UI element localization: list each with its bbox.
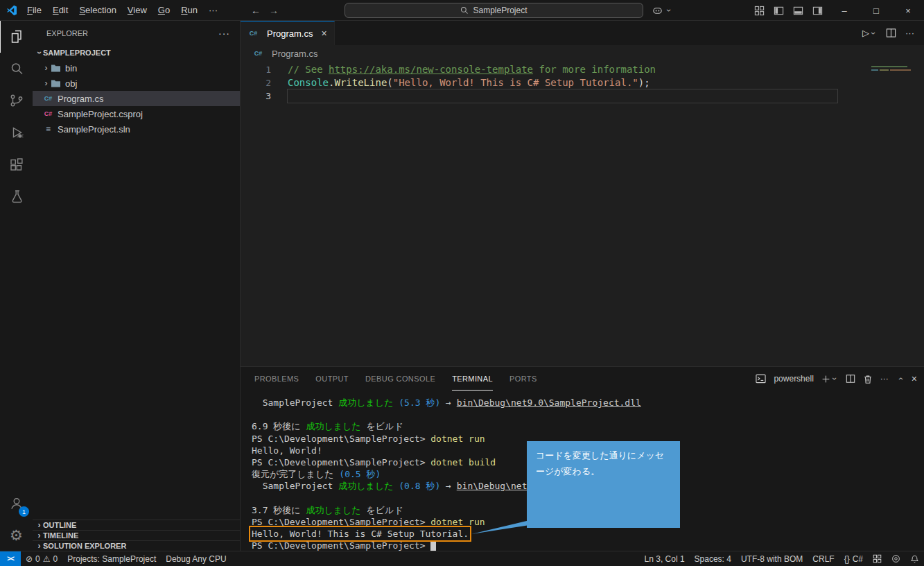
code-line: 1// See https://aka.ms/new-console-templ…	[241, 63, 837, 76]
code-editor[interactable]: 1// See https://aka.ms/new-console-templ…	[241, 62, 924, 366]
error-icon: ⊘	[26, 554, 33, 564]
project-root-label: SAMPLEPROJECT	[43, 49, 111, 57]
section-solution-explorer[interactable]: ›SOLUTION EXPLORER	[33, 540, 240, 551]
layout-status-icon[interactable]	[868, 551, 887, 566]
terminal-text: PS C:\Development\SampleProject>	[252, 540, 430, 551]
terminal-text: Hello, World! This is C# Setup Tutorial.	[252, 529, 469, 539]
explorer-more-actions-icon[interactable]: ···	[218, 28, 230, 39]
back-arrow-icon[interactable]: ←	[251, 5, 261, 16]
settings-button[interactable]: ⚙	[0, 519, 33, 551]
feedback-icon[interactable]	[887, 551, 905, 566]
tree-item-label: SampleProject.sln	[58, 124, 130, 135]
split-editor-icon[interactable]	[886, 28, 896, 38]
remote-indicator[interactable]: ><	[0, 551, 21, 566]
minimize-button[interactable]: –	[828, 0, 860, 21]
section-label: TIMELINE	[43, 531, 78, 540]
vscode-logo-icon	[6, 5, 17, 16]
new-terminal-button[interactable]: ›	[821, 374, 838, 384]
menu-selection[interactable]: Selection	[73, 5, 121, 15]
chevron-down-icon: ›	[869, 30, 878, 37]
csharp-file-icon: C#	[252, 50, 264, 57]
customize-layout-icon[interactable]	[754, 6, 765, 16]
menu-file[interactable]: File	[21, 5, 47, 15]
status-utf-8-with-bom[interactable]: UTF-8 with BOM	[736, 551, 808, 566]
activity-search[interactable]	[0, 53, 33, 85]
code-line: 2Console.WriteLine("Hello, World! This i…	[241, 76, 837, 89]
notifications-bell[interactable]	[905, 551, 924, 566]
status-right-items: Ln 3, Col 1Spaces: 4UTF-8 with BOMCRLF	[640, 551, 839, 566]
command-center-search[interactable]: SampleProject	[345, 3, 643, 18]
line-number: 2	[241, 76, 271, 89]
terminal-link[interactable]: bin\Debug\net9.0\SampleProject.dll	[457, 397, 641, 408]
status-projects-sampleproject[interactable]: Projects: SampleProject	[62, 551, 161, 566]
activity-testing[interactable]	[0, 180, 33, 212]
activity-bar: 1 ⚙	[0, 21, 33, 551]
run-button[interactable]: ▷›	[862, 28, 877, 38]
code-line: 3	[241, 89, 837, 103]
sidebar-sections: ›OUTLINE›TIMELINE›SOLUTION EXPLORER	[33, 520, 240, 551]
tree-item-program-cs[interactable]: C#Program.cs	[33, 91, 240, 106]
minimap[interactable]	[869, 64, 914, 140]
toggle-primary-sidebar-icon[interactable]	[774, 6, 784, 16]
language-mode[interactable]: {} C#	[839, 551, 868, 566]
csharp-file-icon: C#	[247, 30, 259, 37]
close-panel-icon[interactable]: ×	[912, 373, 917, 384]
close-tab-icon[interactable]: ×	[321, 28, 326, 39]
activity-run-debug[interactable]	[0, 117, 33, 148]
terminal-line	[252, 409, 924, 420]
activity-explorer[interactable]	[0, 21, 33, 53]
forward-arrow-icon[interactable]: →	[269, 5, 279, 16]
breadcrumb[interactable]: C# Program.cs	[241, 45, 924, 62]
kill-terminal-icon[interactable]	[863, 374, 873, 384]
project-root-row[interactable]: › SAMPLEPROJECT	[33, 45, 240, 60]
toggle-panel-icon[interactable]	[793, 6, 803, 16]
tree-item-obj[interactable]: ›obj	[33, 76, 240, 91]
code-lines: 1// See https://aka.ms/new-console-templ…	[241, 63, 924, 103]
language-label: C#	[853, 554, 863, 564]
menu-go[interactable]: Go	[152, 5, 175, 15]
panel-tab-problems[interactable]: PROBLEMS	[254, 367, 299, 391]
line-number: 1	[241, 63, 271, 76]
problems-status[interactable]: ⊘0 ⚠0	[21, 551, 62, 566]
tab-program-cs[interactable]: C# Program.cs ×	[241, 21, 335, 45]
copilot-menu[interactable]: ›	[652, 3, 672, 17]
section-outline[interactable]: ›OUTLINE	[33, 520, 240, 530]
shell-label[interactable]: powershell	[774, 374, 813, 384]
warning-icon: ⚠	[43, 554, 51, 564]
maximize-panel-icon[interactable]: ›	[895, 375, 905, 383]
activity-extensions[interactable]	[0, 148, 33, 180]
status-crlf[interactable]: CRLF	[808, 551, 839, 566]
close-window-button[interactable]: ×	[892, 0, 924, 21]
activity-source-control[interactable]	[0, 85, 33, 117]
terminal-line: SampleProject 成功しました (5.3 秒) → bin\Debug…	[252, 397, 924, 409]
terminal-text: (0.8 秒)	[393, 481, 440, 491]
tree-item-sampleproject-sln[interactable]: ≡SampleProject.sln	[33, 121, 240, 137]
maximize-button[interactable]: □	[860, 0, 892, 21]
panel-tab-ports[interactable]: PORTS	[509, 367, 537, 391]
status-debug-any-cpu[interactable]: Debug Any CPU	[161, 551, 231, 566]
panel-tab-debug-console[interactable]: DEBUG CONSOLE	[365, 367, 435, 391]
terminal-text: dotnet build	[430, 457, 496, 468]
panel-tab-output[interactable]: OUTPUT	[315, 367, 349, 391]
menu-edit[interactable]: Edit	[47, 5, 73, 15]
menu-run[interactable]: Run	[175, 5, 203, 15]
menu-overflow[interactable]: ···	[203, 5, 223, 15]
status-spaces-4[interactable]: Spaces: 4	[690, 551, 736, 566]
code-content: // See https://aka.ms/new-console-templa…	[288, 63, 837, 76]
status-ln-3-col-1[interactable]: Ln 3, Col 1	[640, 551, 690, 566]
panel-more-actions-icon[interactable]: ···	[880, 374, 889, 384]
section-timeline[interactable]: ›TIMELINE	[33, 530, 240, 540]
menu-view[interactable]: View	[122, 5, 152, 15]
split-terminal-icon[interactable]	[846, 374, 855, 384]
editor-more-actions-icon[interactable]: ···	[905, 28, 914, 38]
panel-tab-terminal[interactable]: TERMINAL	[452, 367, 493, 391]
tree-item-sampleproject-csproj[interactable]: C#SampleProject.csproj	[33, 106, 240, 121]
toggle-secondary-sidebar-icon[interactable]	[812, 6, 823, 16]
tree-item-bin[interactable]: ›bin	[33, 60, 240, 76]
explorer-sidebar: EXPLORER ··· › SAMPLEPROJECT ›bin›objC#P…	[33, 21, 241, 551]
code-content: Console.WriteLine("Hello, World! This is…	[288, 76, 837, 89]
account-button[interactable]: 1	[0, 487, 33, 519]
code-content	[288, 89, 837, 103]
tree-item-label: bin	[65, 63, 77, 74]
warning-count: 0	[53, 554, 58, 564]
